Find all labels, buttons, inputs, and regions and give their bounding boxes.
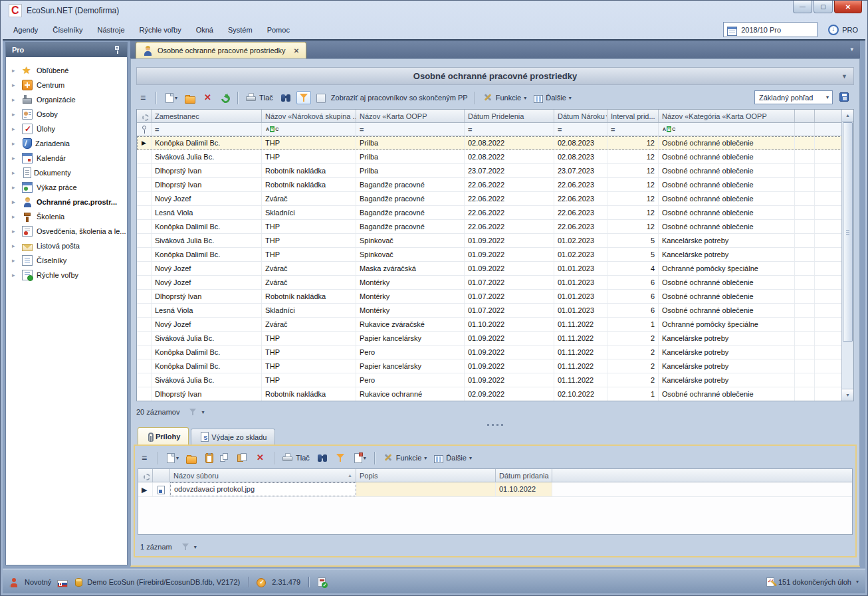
filter-row-pin-cell[interactable] <box>137 123 152 136</box>
table-row[interactable]: Dlhoprstý IvanRobotník nakládkaMontérky0… <box>137 290 853 304</box>
new-record-button[interactable]: ▾ <box>162 92 179 104</box>
attach-print-button[interactable]: Tlač <box>280 451 312 464</box>
toolbar-menu-icon[interactable] <box>140 452 151 463</box>
show-ended-checkbox[interactable] <box>314 92 328 104</box>
tab-close-icon[interactable]: ✕ <box>294 47 299 54</box>
sidebar-item-star[interactable]: ▸Obľúbené <box>6 63 127 78</box>
attachment-filename-cell[interactable]: odovzdavaci protokol.jpg <box>170 482 356 496</box>
expand-arrow-icon[interactable]: ▸ <box>12 184 18 191</box>
table-row[interactable]: Nový JozefZváračMaska zváračská01.09.202… <box>137 262 853 276</box>
column-header[interactable]: Názov «Kategória «Karta OOPP <box>659 110 795 122</box>
attach-clipboard-button[interactable] <box>202 452 214 464</box>
period-selector[interactable]: 2018/10 Pro <box>723 22 817 37</box>
menu-item-nstroje[interactable]: Nástroje <box>90 23 132 37</box>
attach-copy-button[interactable] <box>217 451 232 464</box>
close-button[interactable]: ✕ <box>834 1 862 13</box>
expand-arrow-icon[interactable]: ▸ <box>12 126 18 132</box>
expand-arrow-icon[interactable]: ▸ <box>12 243 18 249</box>
sidebar-item-osvedcenia[interactable]: ▸Osvedčenia, školenia a le... <box>6 224 127 239</box>
gear-icon[interactable] <box>144 474 150 480</box>
document-tab[interactable]: Osobné ochranné pracovné prostriedky ✕ <box>136 42 306 58</box>
sidebar-item-ciselniky[interactable]: ▸Číselníky <box>6 253 127 268</box>
attach-paste-button[interactable] <box>235 451 250 464</box>
table-row[interactable]: Dlhoprstý IvanRobotník nakládkaPrilba23.… <box>137 164 853 178</box>
expand-arrow-icon[interactable]: ▸ <box>12 213 18 220</box>
attach-column-header[interactable]: Popis <box>356 469 496 482</box>
status-tasks[interactable]: 151 dokončených úloh <box>778 578 851 586</box>
menu-item-systm[interactable]: Systém <box>221 23 260 37</box>
table-row[interactable]: ▶Konôpka Dalimil Bc.THPPrilba02.08.20220… <box>137 136 853 150</box>
table-row[interactable]: Nový JozefZváračMontérky01.07.202201.01.… <box>137 276 853 290</box>
filter-cell[interactable]: = <box>554 123 607 136</box>
refresh-button[interactable] <box>219 92 231 104</box>
attach-column-header[interactable]: Názov súboru▲ <box>170 469 356 482</box>
sidebar-item-org[interactable]: ▸Organizácie <box>6 92 127 107</box>
pin-icon[interactable] <box>114 46 121 54</box>
gear-icon[interactable] <box>142 114 149 121</box>
table-row[interactable]: Konôpka Dalimil Bc.THPBagandže pracovné2… <box>137 220 853 234</box>
tasks-dropdown-icon[interactable]: ▾ <box>856 579 859 585</box>
sidebar-item-zariadenia[interactable]: ▸Zariadenia <box>6 136 127 151</box>
tab-list-dropdown-icon[interactable]: ▾ <box>850 46 853 52</box>
filter-cell[interactable]: = <box>356 123 465 136</box>
column-header[interactable]: Interval prid... <box>607 110 659 122</box>
calculator-check-icon[interactable] <box>318 577 326 587</box>
expand-arrow-icon[interactable]: ▸ <box>12 228 18 235</box>
menu-item-selnky[interactable]: Číselníky <box>45 23 90 37</box>
sidebar-item-oopp[interactable]: ▸Ochranné prac.prostr... <box>6 195 127 209</box>
grid-header-gear-cell[interactable] <box>137 110 152 122</box>
panel-splitter[interactable] <box>131 422 859 427</box>
table-row[interactable]: Konôpka Dalimil Bc.THPPapier kancelársky… <box>137 359 853 373</box>
dalsie-button[interactable]: Ďalšie▾ <box>532 92 574 103</box>
menu-item-pomoc[interactable]: Pomoc <box>260 23 297 37</box>
scrollbar-thumb[interactable] <box>843 122 853 342</box>
table-row[interactable]: Nový JozefZváračBagandže pracovné22.06.2… <box>137 192 853 206</box>
column-header[interactable]: Názov «Nároková skupina ... <box>262 110 356 122</box>
toolbar-menu-icon[interactable] <box>139 92 150 103</box>
attach-dalsie-button[interactable]: Ďalšie▾ <box>432 452 474 463</box>
funkcie-button[interactable]: Funkcie▾ <box>481 91 529 104</box>
expand-arrow-icon[interactable]: ▸ <box>12 155 18 161</box>
expand-arrow-icon[interactable]: ▸ <box>12 111 18 118</box>
table-row[interactable]: Konôpka Dalimil Bc.THPSpinkovač01.09.202… <box>137 248 853 262</box>
attach-header-gear-cell[interactable] <box>138 469 153 482</box>
attach-count-filter-button[interactable]: ▾ <box>179 540 199 553</box>
filter-cell[interactable]: = <box>152 123 262 136</box>
sidebar-item-skolenia[interactable]: ▸Školenia <box>6 209 127 224</box>
open-button[interactable] <box>183 93 197 103</box>
table-row[interactable]: Siváková Julia Bc.THPPapier kancelársky0… <box>137 332 853 346</box>
attach-search-button[interactable] <box>315 451 330 464</box>
table-row[interactable]: Lesná ViolaSkladníciBagandže pracovné22.… <box>137 206 853 220</box>
menu-item-rchlevoby[interactable]: Rýchle voľby <box>132 23 189 37</box>
column-header[interactable]: Zamestnanec <box>152 110 262 122</box>
sidebar-item-centrum[interactable]: ▸Centrum <box>6 78 127 92</box>
search-button[interactable] <box>278 91 293 104</box>
expand-arrow-icon[interactable]: ▸ <box>12 257 18 264</box>
table-row[interactable]: Dlhoprstý IvanRobotník nakládkaRukavice … <box>137 387 853 401</box>
vertical-scrollbar[interactable]: ▲ ▼ <box>841 110 853 401</box>
tab-vydaje-zo-skladu[interactable]: Výdaje zo skladu <box>191 429 275 445</box>
expand-arrow-icon[interactable]: ▸ <box>12 96 18 103</box>
save-view-button[interactable] <box>839 92 849 102</box>
table-row[interactable]: Siváková Julia Bc.THPSpinkovač01.09.2022… <box>137 234 853 248</box>
scroll-up-icon[interactable]: ▲ <box>842 110 853 122</box>
minimize-button[interactable]: — <box>793 1 812 13</box>
filter-cell[interactable]: ABC <box>659 123 795 136</box>
slovak-flag-icon[interactable] <box>57 580 68 587</box>
print-button[interactable]: Tlač <box>244 91 275 104</box>
attach-funkcie-button[interactable]: Funkcie▾ <box>381 451 429 464</box>
table-row[interactable]: Dlhoprstý IvanRobotník nakládkaBagandže … <box>137 178 853 192</box>
count-filter-button[interactable]: ▾ <box>186 405 206 419</box>
attach-column-header[interactable]: Dátum pridania <box>496 469 552 482</box>
sidebar-item-kalendar[interactable]: ▸Kalendár <box>6 151 127 165</box>
sidebar-item-osoby[interactable]: ▸Osoby <box>6 107 127 122</box>
attach-new-button[interactable]: ▾ <box>163 452 181 464</box>
expand-arrow-icon[interactable]: ▸ <box>12 199 18 205</box>
column-header[interactable]: Dátum Nároku▼ <box>554 110 607 122</box>
table-row[interactable]: Lesná ViolaSkladníciMontérky01.07.202201… <box>137 304 853 318</box>
maximize-button[interactable]: ▢ <box>814 1 833 13</box>
menu-item-okn[interactable]: Okná <box>189 23 221 37</box>
table-row[interactable]: Nový JozefZváračRukavice zváračské01.10.… <box>137 318 853 332</box>
sidebar-item-ulohy[interactable]: ▸Úlohy <box>6 122 127 136</box>
sidebar-item-posta[interactable]: ▸Listová pošta <box>6 239 127 253</box>
